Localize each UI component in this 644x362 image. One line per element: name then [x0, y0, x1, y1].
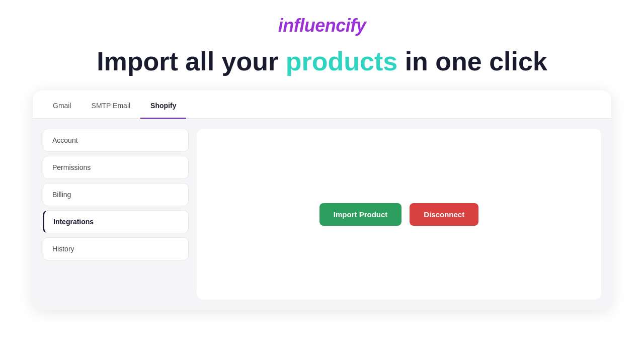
main-card: Gmail SMTP Email Shopify Account Permiss… — [33, 90, 611, 310]
disconnect-button[interactable]: Disconnect — [410, 203, 478, 226]
sidebar-item-permissions[interactable]: Permissions — [43, 156, 189, 179]
tab-shopify[interactable]: Shopify — [140, 94, 186, 119]
sidebar-item-history[interactable]: History — [43, 237, 189, 260]
page-headline: Import all your products in one click — [97, 46, 547, 76]
sidebar-item-billing[interactable]: Billing — [43, 183, 189, 206]
headline-highlight: products — [286, 47, 397, 76]
sidebar-item-integrations[interactable]: Integrations — [43, 210, 189, 233]
tabs-bar: Gmail SMTP Email Shopify — [33, 90, 611, 119]
logo: influencify — [278, 15, 366, 36]
import-product-button[interactable]: Import Product — [319, 203, 402, 226]
content-area: Account Permissions Billing Integrations… — [33, 119, 611, 310]
headline-suffix: in one click — [397, 47, 547, 76]
sidebar-item-account[interactable]: Account — [43, 129, 189, 152]
main-content-panel: Import Product Disconnect — [197, 129, 601, 300]
tab-smtp-email[interactable]: SMTP Email — [82, 94, 141, 119]
sidebar: Account Permissions Billing Integrations… — [43, 129, 189, 300]
logo-text: influencify — [278, 15, 366, 36]
headline-prefix: Import all your — [97, 47, 286, 76]
tab-gmail[interactable]: Gmail — [43, 94, 82, 119]
